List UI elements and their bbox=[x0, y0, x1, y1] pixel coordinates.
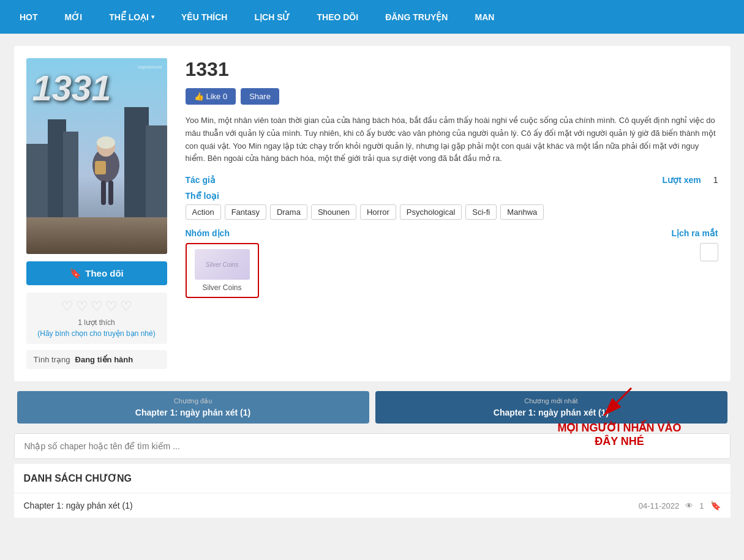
heart-4[interactable]: ♡ bbox=[105, 299, 118, 315]
nav-theo-doi[interactable]: THEO DÕI bbox=[303, 0, 372, 34]
rating-count: 1 lượt thích bbox=[32, 318, 161, 327]
silver-coins-box[interactable]: Silver Coins Silver Coins bbox=[186, 243, 259, 298]
genre-drama[interactable]: Drama bbox=[270, 204, 307, 220]
bookmark-icon: 🔖 bbox=[69, 267, 81, 279]
chevron-down-icon: ▾ bbox=[151, 13, 154, 20]
main-container: 1331 bbox=[8, 34, 737, 531]
silver-coins-name: Silver Coins bbox=[192, 283, 253, 292]
manga-detail-card: 1331 bbox=[14, 46, 731, 381]
rating-section: ♡ ♡ ♡ ♡ ♡ 1 lượt thích (Hãy bình chọn ch… bbox=[26, 293, 167, 344]
manga-title: 1331 bbox=[186, 58, 718, 81]
lich-ra-mat-box bbox=[700, 243, 718, 261]
genre-psychological[interactable]: Psychological bbox=[400, 204, 462, 220]
red-annotation: MỌI NGƯỜI NHẤN VÀOĐÂY NHÉ bbox=[557, 385, 681, 448]
status-row: Tình trạng Đang tiến hành bbox=[26, 350, 167, 369]
chapter-area: Chương đầu Chapter 1: ngày phán xét (1) … bbox=[14, 391, 731, 424]
chapter-date: 04-11-2022 bbox=[639, 501, 680, 510]
chapter-list-section: DANH SÁCH CHƯƠNG Chapter 1: ngày phán xé… bbox=[14, 464, 731, 518]
views-count: 1 bbox=[713, 175, 718, 185]
nhom-dich-section: Nhóm dịch Silver Coins Silver Coins bbox=[186, 228, 446, 298]
chapter-item[interactable]: Chapter 1: ngày phán xét (1) 04-11-2022 … bbox=[14, 493, 731, 518]
author-label: Tác giả bbox=[186, 175, 216, 185]
svg-rect-12 bbox=[108, 181, 113, 205]
fb-buttons: 👍 Like 0 Share bbox=[186, 88, 718, 105]
svg-rect-9 bbox=[95, 161, 106, 174]
red-annotation-text: MỌI NGƯỜI NHẤN VÀOĐÂY NHÉ bbox=[557, 422, 681, 448]
author-row: Tác giả Lượt xem 1 bbox=[186, 175, 718, 185]
manga-left-panel: 1331 bbox=[26, 58, 167, 369]
genre-fantasy[interactable]: Fantasy bbox=[225, 204, 266, 220]
svg-rect-6 bbox=[26, 217, 167, 254]
silver-coins-logo: Silver Coins bbox=[195, 249, 250, 280]
nhom-lich-row: Nhóm dịch Silver Coins Silver Coins Lịch… bbox=[186, 228, 718, 298]
lich-ra-mat-section: Lịch ra mắt bbox=[458, 228, 718, 261]
nav-dang-truyen[interactable]: ĐĂNG TRUYỆN bbox=[372, 0, 461, 34]
genre-horror[interactable]: Horror bbox=[360, 204, 396, 220]
genre-action[interactable]: Action bbox=[186, 204, 221, 220]
thumbs-up-icon: 👍 bbox=[194, 92, 204, 101]
manga-description: Yoo Min, một nhân viên toàn thời gian củ… bbox=[186, 114, 718, 165]
nav-man[interactable]: MAN bbox=[461, 0, 508, 34]
genre-row-label: Thể loại bbox=[186, 191, 718, 201]
chapter-view-count: 1 bbox=[699, 501, 704, 510]
first-chapter-button[interactable]: Chương đầu Chapter 1: ngày phán xét (1) bbox=[17, 391, 369, 424]
manga-cover-image: 1331 bbox=[26, 58, 167, 254]
navigation: HOT MỚI THỂ LOẠI ▾ YÊU THÍCH LỊCH SỬ THE… bbox=[0, 0, 744, 34]
hearts-display[interactable]: ♡ ♡ ♡ ♡ ♡ bbox=[32, 299, 161, 315]
lich-ra-mat-label: Lịch ra mắt bbox=[458, 228, 718, 238]
genre-shounen[interactable]: Shounen bbox=[311, 204, 356, 220]
genre-manhwa[interactable]: Manhwa bbox=[500, 204, 544, 220]
manga-right-panel: 1331 👍 Like 0 Share Yoo Min, một nhân vi… bbox=[186, 58, 718, 369]
chapter-item-title: Chapter 1: ngày phán xét (1) bbox=[24, 501, 133, 510]
heart-2[interactable]: ♡ bbox=[76, 299, 88, 315]
genre-scifi[interactable]: Sci-fi bbox=[465, 204, 497, 220]
genre-tags: Action Fantasy Drama Shounen Horror Psyc… bbox=[186, 204, 718, 220]
rating-prompt[interactable]: (Hãy bình chọn cho truyện bạn nhé) bbox=[32, 329, 161, 338]
cover-title-overlay: 1331 bbox=[32, 67, 111, 108]
genre-label: Thể loại bbox=[186, 191, 219, 201]
eye-icon: 👁 bbox=[685, 501, 693, 510]
views-label: Lượt xem bbox=[663, 175, 701, 185]
heart-1[interactable]: ♡ bbox=[61, 299, 73, 315]
nav-the-loai[interactable]: THỂ LOẠI ▾ bbox=[96, 0, 168, 34]
heart-5[interactable]: ♡ bbox=[120, 299, 132, 315]
svg-line-14 bbox=[604, 388, 631, 416]
status-value: Đang tiến hành bbox=[75, 355, 133, 364]
fb-like-button[interactable]: 👍 Like 0 bbox=[186, 88, 236, 105]
red-arrow-svg bbox=[595, 385, 644, 422]
heart-3[interactable]: ♡ bbox=[91, 299, 103, 315]
fb-share-button[interactable]: Share bbox=[241, 88, 279, 105]
follow-button[interactable]: 🔖 Theo dõi bbox=[26, 261, 167, 285]
chapter-item-right: 04-11-2022 👁 1 🔖 bbox=[639, 501, 721, 510]
chapter-list-header: DANH SÁCH CHƯƠNG bbox=[14, 464, 731, 493]
nav-hot[interactable]: HOT bbox=[6, 0, 51, 34]
nav-moi[interactable]: MỚI bbox=[51, 0, 96, 34]
status-label: Tình trạng bbox=[34, 355, 70, 364]
svg-point-10 bbox=[97, 136, 115, 149]
chapter-bookmark-icon[interactable]: 🔖 bbox=[710, 501, 721, 510]
nav-yeu-thich[interactable]: YÊU THÍCH bbox=[168, 0, 241, 34]
nav-lich-su[interactable]: LỊCH SỬ bbox=[241, 0, 303, 34]
svg-rect-11 bbox=[101, 181, 106, 205]
cover-watermark: topivemuni bbox=[138, 64, 162, 70]
nhom-dich-label: Nhóm dịch bbox=[186, 228, 446, 238]
